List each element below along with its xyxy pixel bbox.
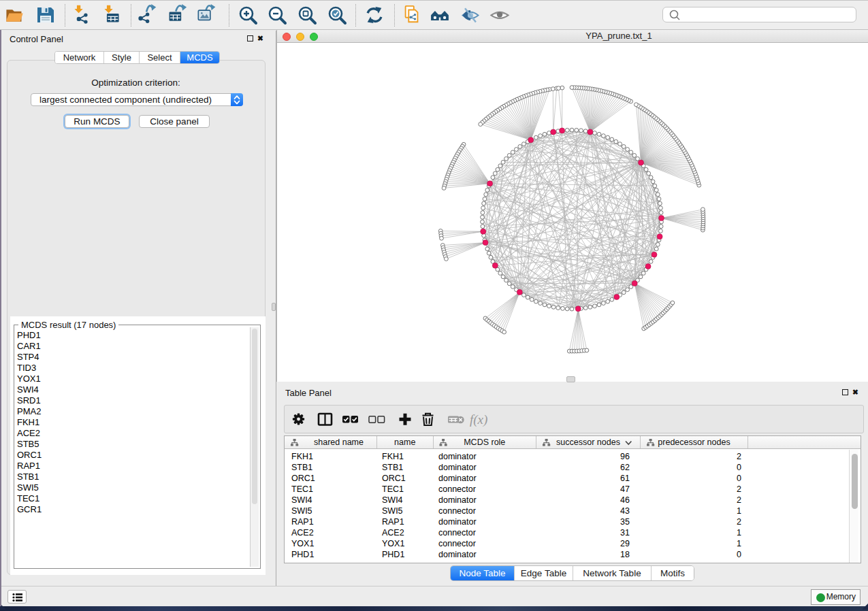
svg-text:f(x): f(x)	[470, 412, 487, 427]
